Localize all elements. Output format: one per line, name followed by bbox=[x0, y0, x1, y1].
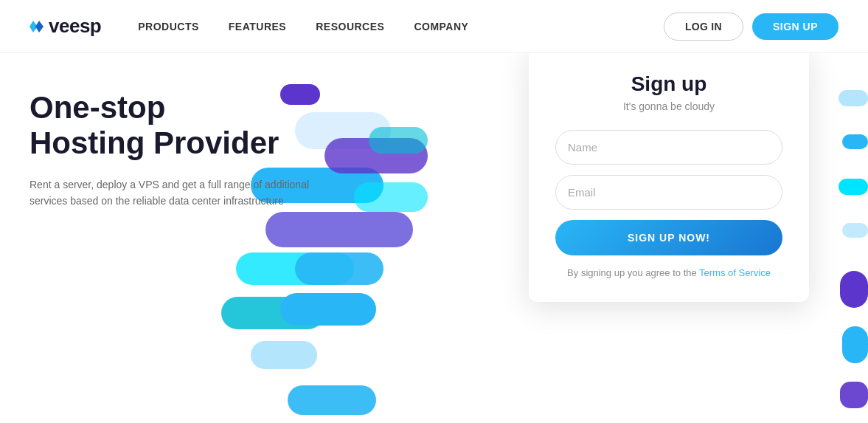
svg-rect-17 bbox=[840, 271, 868, 308]
hero-description: Rent a server, deploy a VPS and get a fu… bbox=[29, 176, 347, 210]
email-input[interactable] bbox=[555, 175, 782, 210]
svg-rect-18 bbox=[842, 326, 868, 363]
hero-title-line2: Hosting Provider bbox=[29, 125, 279, 160]
nav-links: PRODUCTS FEATURES RESOURCES COMPANY bbox=[138, 21, 664, 32]
nav-link-company[interactable]: COMPANY bbox=[414, 21, 468, 32]
right-decorative-shapes bbox=[802, 53, 868, 423]
terms-prefix: By signing up you agree to the bbox=[567, 267, 699, 278]
logo[interactable]: veesp bbox=[29, 15, 101, 38]
terms-text: By signing up you agree to the Terms of … bbox=[555, 267, 782, 278]
login-button[interactable]: LOG IN bbox=[664, 13, 743, 41]
nav-link-resources[interactable]: RESOURCES bbox=[316, 21, 384, 32]
svg-rect-14 bbox=[842, 134, 868, 149]
svg-rect-15 bbox=[839, 179, 868, 195]
svg-rect-16 bbox=[842, 223, 868, 238]
signup-title: Sign up bbox=[555, 72, 782, 96]
svg-rect-19 bbox=[840, 382, 868, 408]
terms-of-service-link[interactable]: Terms of Service bbox=[699, 267, 771, 278]
signup-subtitle: It's gonna be cloudy bbox=[555, 100, 782, 112]
nav-link-features[interactable]: FEATURES bbox=[229, 21, 286, 32]
name-input[interactable] bbox=[555, 130, 782, 165]
svg-rect-13 bbox=[839, 90, 868, 106]
nav-link-products[interactable]: PRODUCTS bbox=[138, 21, 199, 32]
logo-text: veesp bbox=[49, 15, 101, 38]
signup-now-button[interactable]: SIGN UP NOW! bbox=[555, 220, 782, 255]
nav-actions: LOG IN SIGN UP bbox=[664, 13, 839, 41]
signup-card: Sign up It's gonna be cloudy SIGN UP NOW… bbox=[529, 53, 809, 302]
right-shapes-svg bbox=[802, 53, 868, 423]
logo-icon bbox=[29, 21, 46, 32]
main-content: One-stop Hosting Provider Rent a server,… bbox=[0, 53, 868, 423]
hero-title-line1: One-stop bbox=[29, 90, 165, 125]
signup-nav-button[interactable]: SIGN UP bbox=[752, 13, 839, 40]
navbar: veesp PRODUCTS FEATURES RESOURCES COMPAN… bbox=[0, 0, 868, 53]
